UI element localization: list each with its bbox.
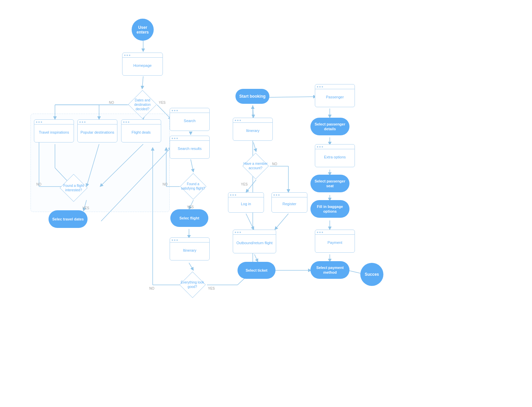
- start-booking-label: Start booking: [239, 94, 265, 99]
- outbound-return-label: Outbound/return flight: [236, 240, 272, 245]
- popular-destinations-node: Popular destinations: [77, 119, 117, 142]
- search-results-label: Search results: [178, 146, 202, 151]
- edge-label-no: NO: [109, 101, 114, 104]
- selec-flight-label: Selec flight: [179, 216, 200, 220]
- select-passenger-seat-label: Select passenger seat: [310, 179, 349, 189]
- everything-look-good-node: Everything look good?: [178, 270, 207, 299]
- flight-deals-label: Flight deals: [132, 130, 151, 135]
- edge-label-no4: NO: [149, 287, 154, 290]
- payment-node: Payment: [315, 230, 355, 253]
- flowchart-canvas: NO YES NO YES NO YES YES NO NO YES User …: [0, 0, 532, 407]
- success-label: Succes: [365, 272, 379, 277]
- selec-flight-node: Selec flight: [170, 209, 208, 227]
- passenger-label: Passenger: [326, 95, 344, 99]
- fill-baggage-label: Fill in baggage options: [310, 204, 349, 214]
- travel-inspirations-node: Travel inspirations: [34, 119, 74, 142]
- travel-inspirations-label: Travel inspirations: [39, 130, 69, 135]
- svg-line-38: [268, 97, 316, 97]
- select-passenger-seat-node: Select passenger seat: [310, 175, 349, 192]
- select-travel-dates-node: Selec travel dates: [49, 210, 88, 228]
- member-account-node: Have a member account?: [241, 152, 270, 180]
- select-payment-method-node: Select payment method: [310, 261, 349, 279]
- itinerary2-node: Itinerary: [233, 118, 273, 141]
- fill-baggage-node: Fill in baggage options: [310, 200, 349, 218]
- edge-label-no5: NO: [272, 162, 277, 166]
- register-label: Register: [283, 201, 297, 206]
- edge-label-yes: YES: [159, 101, 166, 104]
- login-node: Log in: [228, 192, 264, 213]
- select-travel-dates-label: Selec travel dates: [52, 217, 84, 221]
- svg-line-30: [253, 105, 253, 118]
- search-label: Search: [184, 118, 196, 123]
- itinerary1-label: Itinerary: [183, 248, 196, 253]
- select-ticket-label: Select ticket: [246, 268, 267, 273]
- search-node: Search: [170, 108, 210, 131]
- homepage-node: Homepage: [122, 53, 163, 76]
- select-passenger-details-node: Select passenger details: [310, 118, 349, 135]
- login-label: Log in: [241, 201, 251, 206]
- extra-options-label: Extra options: [324, 155, 346, 159]
- svg-line-31: [253, 142, 256, 152]
- search-results-node: Search results: [170, 136, 210, 159]
- select-payment-method-label: Select payment method: [310, 265, 349, 275]
- popular-destinations-label: Popular destinations: [80, 130, 114, 135]
- register-node: Register: [271, 192, 307, 213]
- homepage-label: Homepage: [133, 63, 152, 68]
- itinerary1-node: Itinerary: [170, 237, 210, 260]
- svg-line-14: [191, 159, 193, 172]
- svg-line-37: [254, 254, 258, 262]
- success-node: Succes: [360, 263, 383, 286]
- edge-label-yes3: YES: [187, 205, 194, 209]
- user-enters-label: User enters: [132, 25, 154, 35]
- payment-label: Payment: [327, 240, 342, 245]
- user-enters-node: User enters: [132, 19, 154, 41]
- svg-line-1: [142, 76, 143, 89]
- flight-deals-node: Flight deals: [121, 119, 161, 142]
- outbound-return-node: Outbound/return flight: [233, 230, 276, 253]
- passenger-node: Passenger: [315, 84, 355, 107]
- select-passenger-details-label: Select passenger details: [310, 122, 349, 132]
- svg-line-35: [246, 214, 254, 230]
- svg-line-24: [189, 263, 193, 270]
- found-satisfying-node: Found a satisfying flight?: [179, 172, 207, 200]
- edge-label-yes5: YES: [241, 182, 248, 186]
- svg-line-36: [275, 214, 288, 230]
- extra-options-node: Extra options: [315, 144, 355, 167]
- edge-label-yes4: YES: [208, 287, 215, 290]
- found-flight-interested-node: Found a flight interested?: [59, 173, 89, 203]
- start-booking-node: Start booking: [235, 89, 269, 104]
- itinerary2-label: Itinerary: [246, 128, 260, 133]
- select-ticket-node: Select ticket: [238, 262, 276, 279]
